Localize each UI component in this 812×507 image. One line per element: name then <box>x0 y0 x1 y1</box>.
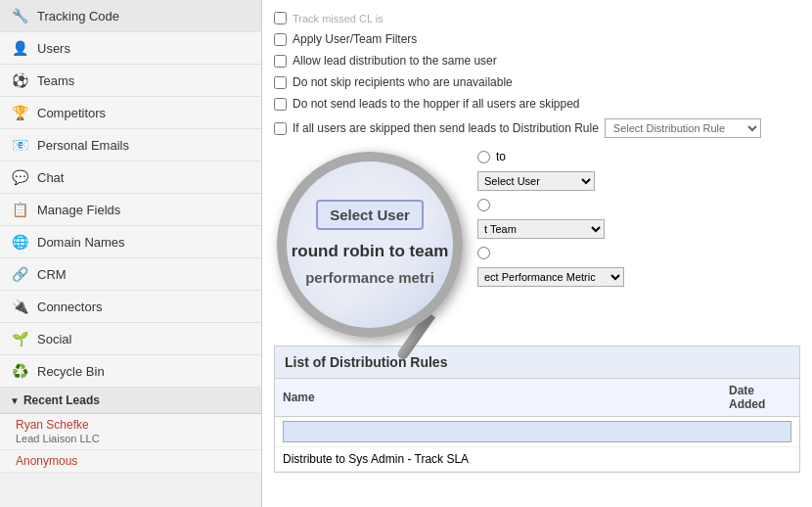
row-date-0 <box>721 447 799 472</box>
col-date-added: Date Added <box>721 379 799 417</box>
sidebar-item-label: Tracking Code <box>37 9 119 23</box>
sidebar-item-label: Competitors <box>37 106 106 120</box>
crm-icon: 🔗 <box>10 264 29 284</box>
connectors-icon: 🔌 <box>10 297 29 316</box>
name-input-row <box>275 417 799 447</box>
manage-fields-icon: 📋 <box>10 200 29 219</box>
sidebar-item-label: CRM <box>37 267 67 282</box>
radio-row-to: to <box>477 146 802 167</box>
dist-rules-section: List of Distribution Rules Name Date Add… <box>274 346 800 473</box>
recent-lead-item-1[interactable]: Anonymous <box>0 450 261 473</box>
teams-icon: ⚽ <box>10 70 29 90</box>
sidebar-item-teams[interactable]: ⚽ Teams <box>0 65 261 97</box>
table-header-row: Name Date Added <box>275 379 799 417</box>
recent-leads-label: Recent Leads <box>23 393 100 407</box>
checkbox-row-5: If all users are skipped then send leads… <box>274 115 800 142</box>
competitors-icon: 🏆 <box>10 103 29 122</box>
sidebar-item-competitors[interactable]: 🏆 Competitors <box>0 97 261 129</box>
name-filter-input[interactable] <box>283 421 791 442</box>
name-input-cell <box>275 417 799 447</box>
magnifier-circle: Select User round robin to team performa… <box>277 152 463 338</box>
checkbox-label-3: Do not skip recipients who are unavailab… <box>293 75 513 89</box>
team-select-dropdown[interactable]: t Team <box>477 219 605 239</box>
sidebar-item-chat[interactable]: 💬 Chat <box>0 161 261 194</box>
sidebar-item-personal-emails[interactable]: 📧 Personal Emails <box>0 129 261 161</box>
recent-leads-arrow: ▼ <box>10 395 20 406</box>
checkbox-label-4: Do not send leads to the hopper if all u… <box>293 97 580 111</box>
sidebar-item-recycle-bin[interactable]: ♻️ Recycle Bin <box>0 355 261 388</box>
magnifier-select-user: Select User <box>316 200 424 230</box>
checkbox-section: Track missed CL is Apply User/Team Filte… <box>262 0 812 142</box>
users-icon: 👤 <box>10 38 29 58</box>
checkbox-row-0: Track missed CL is <box>274 8 800 28</box>
main-content: Track missed CL is Apply User/Team Filte… <box>262 0 812 507</box>
sidebar-item-connectors[interactable]: 🔌 Connectors <box>0 291 261 323</box>
distribution-rule-select[interactable]: Select Distribution Rule <box>605 118 761 138</box>
table-row: Distribute to Sys Admin - Track SLA <box>275 447 799 472</box>
checkbox-row-4: Do not send leads to the hopper if all u… <box>274 93 800 115</box>
sidebar-item-label: Chat <box>37 170 64 185</box>
domain-names-icon: 🌐 <box>10 232 29 252</box>
radio-performance[interactable] <box>477 247 490 259</box>
background-options: to Select User t Team ect Performance <box>477 146 802 291</box>
checkbox-2[interactable] <box>274 55 287 68</box>
radio-row-round-robin <box>477 195 802 215</box>
checkbox-label-2: Allow lead distribution to the same user <box>293 54 497 68</box>
tracking-code-icon: 🔧 <box>10 6 29 25</box>
sidebar-item-label: Social <box>37 332 71 346</box>
chat-icon: 💬 <box>10 167 29 187</box>
radio-to[interactable] <box>477 151 490 163</box>
radio-round-robin[interactable] <box>477 199 490 211</box>
sidebar: 🔧 Tracking Code 👤 Users ⚽ Teams 🏆 Compet… <box>0 0 262 507</box>
sidebar-item-users[interactable]: 👤 Users <box>0 32 261 65</box>
radio-row-performance <box>477 243 802 263</box>
dist-rules-header: List of Distribution Rules <box>275 346 799 379</box>
checkbox-5[interactable] <box>274 122 287 135</box>
sidebar-item-label: Manage Fields <box>37 203 120 217</box>
recent-lead-name-1[interactable]: Anonymous <box>16 454 251 468</box>
checkbox-label-1: Apply User/Team Filters <box>293 32 417 46</box>
dist-rules-table: Name Date Added Distribute to Sys Admin … <box>275 379 799 472</box>
checkbox-row-3: Do not skip recipients who are unavailab… <box>274 71 800 93</box>
sidebar-item-tracking-code[interactable]: 🔧 Tracking Code <box>0 0 261 32</box>
checkbox-row-1: Apply User/Team Filters <box>274 28 800 50</box>
checkbox-3[interactable] <box>274 76 287 89</box>
sidebar-item-manage-fields[interactable]: 📋 Manage Fields <box>0 194 261 226</box>
user-select-dropdown[interactable]: Select User <box>477 171 595 191</box>
checkbox-label-0: Track missed CL is <box>293 13 383 24</box>
col-name: Name <box>275 379 721 417</box>
recent-lead-name-0[interactable]: Ryan Schefke <box>16 418 251 432</box>
sidebar-item-label: Personal Emails <box>37 138 129 153</box>
sidebar-item-social[interactable]: 🌱 Social <box>0 323 261 355</box>
magnifier-option1: round robin to team <box>292 242 449 261</box>
sidebar-item-crm[interactable]: 🔗 CRM <box>0 258 261 291</box>
sidebar-item-domain-names[interactable]: 🌐 Domain Names <box>0 226 261 258</box>
recent-leads-section-header[interactable]: ▼ Recent Leads <box>0 388 261 414</box>
magnifier-area: to Select User t Team ect Performance <box>262 142 812 338</box>
row-name-0: Distribute to Sys Admin - Track SLA <box>275 447 721 472</box>
sidebar-item-label: Users <box>37 41 70 56</box>
checkbox-label-5: If all users are skipped then send leads… <box>293 121 599 135</box>
checkbox-0[interactable] <box>274 12 287 24</box>
recent-lead-item-0[interactable]: Ryan Schefke Lead Liaison LLC <box>0 414 261 450</box>
performance-select-dropdown[interactable]: ect Performance Metric <box>477 267 624 287</box>
checkbox-4[interactable] <box>274 98 287 111</box>
social-icon: 🌱 <box>10 329 29 348</box>
personal-emails-icon: 📧 <box>10 135 29 155</box>
sidebar-item-label: Recycle Bin <box>37 364 105 379</box>
sidebar-item-label: Domain Names <box>37 235 125 250</box>
sidebar-item-label: Teams <box>37 73 74 88</box>
recycle-bin-icon: ♻️ <box>10 361 29 381</box>
checkbox-row-2: Allow lead distribution to the same user <box>274 50 800 71</box>
sidebar-item-label: Connectors <box>37 300 102 314</box>
magnifier-option2: performance metri <box>305 269 434 286</box>
radio-to-label: to <box>496 150 506 163</box>
checkbox-1[interactable] <box>274 33 287 46</box>
recent-lead-company-0: Lead Liaison LLC <box>16 433 100 444</box>
